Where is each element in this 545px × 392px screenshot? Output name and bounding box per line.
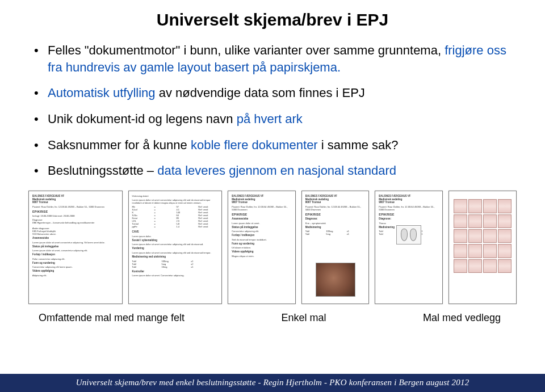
thumb-2: Utskriving datert Lorem ipsum dolor sit … — [128, 191, 223, 304]
thumb-3-b5: Videre oppfølging — [232, 250, 292, 254]
bullet-4-blue: koble flere dokumenter — [191, 138, 318, 152]
footer-left: Universelt skjema/brev med enkel beslutn… — [76, 378, 256, 387]
bullet-3: Unik dokument-id og legens navn på hvert… — [33, 111, 518, 128]
thumb-2-top: Utskriving datert — [132, 195, 219, 197]
thumb-2-b1: CAVE — [132, 230, 219, 234]
thumb-1: BALSNES FÆRGEHUS VF Medisinsk avdeling 9… — [28, 191, 123, 304]
thumb-1-p2: Diagnose: D86 Hypertensjon – konservativ… — [32, 218, 119, 235]
thumb-1-pt: Pasient: Roar Dahler, fnr. 12.03.64 4928… — [32, 205, 119, 208]
thumb-1-b2: Status på innleggelse — [32, 245, 119, 248]
bullet-2-post: av nødvendige data som finnes i EPJ — [156, 86, 365, 100]
thumb-4-b: Medisinering — [305, 226, 366, 229]
caption-row: Omfattende mal med mange felt Enkel mal … — [27, 312, 518, 324]
bullet-4: Saksnummer for å kunne koble flere dokum… — [33, 137, 518, 154]
thumb-5-sec: EPIKRISE — [379, 213, 439, 217]
bullet-list: Felles "dokumentmotor" i bunn, ulike var… — [27, 42, 518, 179]
thumb-3-sec: EPIKRISE — [232, 213, 292, 217]
bullet-4-post: i samme sak? — [318, 138, 399, 152]
thumb-3-b3: Forløp / indikasjon — [232, 234, 292, 237]
page-title: Universelt skjema/brev i EPJ — [27, 10, 518, 29]
bullet-5-blue: data leveres gjennom en nasjonal standar… — [157, 163, 396, 178]
thumb-2-b4: Medisinering ved utskriving — [132, 255, 219, 259]
bullet-4-pre: Saksnummer for å kunne — [48, 138, 191, 152]
bullet-1-pre: Felles "dokumentmotor" i bunn, ulike var… — [48, 43, 445, 57]
thumb-3-b1: Anamnesiske — [232, 217, 292, 221]
thumb-1-sec: EPIKRISE — [32, 210, 119, 214]
bullet-2-blue: Automatisk utfylling — [48, 86, 156, 100]
bullet-2: Automatisk utfylling av nødvendige data … — [33, 85, 518, 102]
thumb-2-rows: Hb S-kol K S-Na Kreat LDL Tot.kol ppFe — [132, 205, 152, 228]
thumb-6 — [448, 191, 517, 304]
thumb-1-b1: Anamnesiske — [32, 237, 119, 240]
thumb-4: BALSNES FÆRGEHUS VF Medisinsk avdeling 9… — [301, 191, 370, 304]
thumb-1-b5: Videre oppfølging — [32, 269, 119, 273]
lungs-icon — [396, 225, 421, 245]
thumb-2-b2: Sosial / sykemelding — [132, 239, 219, 242]
thumb-1-b3: Forløp / indikasjon — [32, 253, 119, 256]
bullet-1: Felles "dokumentmotor" i bunn, ulike var… — [33, 42, 518, 75]
knee-photo — [316, 263, 355, 297]
thumb-1-b4: Funn og vurdering — [32, 262, 119, 265]
thumb-5: BALSNES FÆRGEHUS VF Medisinsk avdeling 9… — [375, 191, 443, 304]
spine-chart — [454, 199, 512, 273]
caption-3: Mal med vedlegg — [423, 312, 501, 324]
footer-bar: Universelt skjema/brev med enkel beslutn… — [0, 374, 545, 392]
thumb-3-pt: Pasient: Roar Dahler, fnr. 12.03.64 4928… — [232, 205, 292, 211]
footer-sep1: - — [256, 378, 263, 387]
bullet-5-pre: Beslutningsstøtte – — [48, 163, 157, 178]
thumb-4-sec: EPIKRISE — [305, 213, 366, 217]
footer-mid: Regin Hjertholm — [263, 378, 322, 387]
bullet-3-pre: Unik dokument-id og legens navn — [48, 112, 237, 126]
thumb-3: BALSNES FÆRGEHUS VF Medisinsk avdeling 9… — [228, 191, 296, 304]
thumb-3-hdr: BALSNES FÆRGEHUS VF Medisinsk avdeling 9… — [232, 195, 292, 204]
footer-sep2: - — [322, 378, 329, 387]
thumb-3-b4: Funn og vurdering — [232, 242, 292, 246]
bullet-5: Beslutningsstøtte – data leveres gjennom… — [33, 162, 518, 179]
thumbnail-row: BALSNES FÆRGEHUS VF Medisinsk avdeling 9… — [27, 191, 518, 304]
caption-1: Omfattende mal med mange felt — [39, 312, 185, 324]
thumb-1-hdr: BALSNES FÆRGEHUS VF Medisinsk avdeling 9… — [32, 195, 119, 204]
thumb-2-b3: Vurdering — [132, 247, 219, 250]
bullet-3-blue: på hvert ark — [237, 112, 303, 126]
thumb-1-p1: Innlagt: 13.06.2008 Utskrevet: 20.06.200… — [32, 214, 119, 217]
footer-right: PKO konferansen i Bergen august 2012 — [329, 378, 469, 387]
thumb-3-b2: Status på innleggelse — [232, 226, 292, 229]
caption-2: Enkel mal — [282, 312, 326, 324]
thumb-2-b5: Kontroller — [132, 270, 219, 273]
